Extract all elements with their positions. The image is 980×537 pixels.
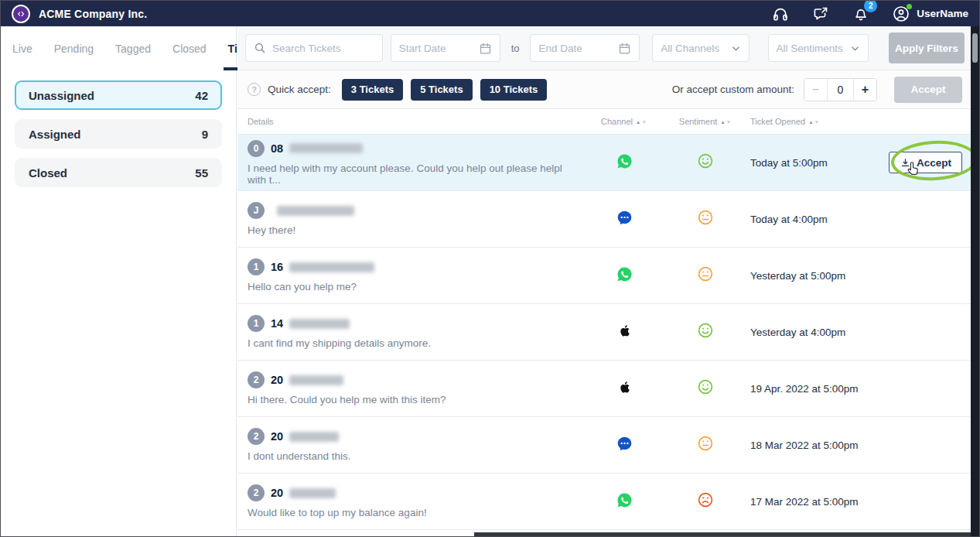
message-preview: Hey there!: [248, 224, 582, 236]
ticket-details: 1 14 I cant find my shipping details any…: [237, 315, 582, 349]
ticket-opened-time: 17 Mar 2022 at 5:00pm: [744, 496, 887, 508]
quick-accept-3-button[interactable]: 3 Tickets: [342, 79, 403, 101]
help-icon[interactable]: ?: [248, 83, 261, 96]
user-menu[interactable]: UserName: [892, 5, 968, 23]
quick-accept-10-button[interactable]: 10 Tickets: [480, 79, 548, 101]
tab-live[interactable]: Live: [12, 26, 32, 70]
sentiment-icon: [698, 153, 713, 172]
company-logo-icon[interactable]: [12, 5, 30, 23]
customer-name: 20: [271, 430, 283, 443]
channel-icon: [616, 492, 633, 511]
sentiment-icon: [698, 266, 713, 285]
accept-custom-button[interactable]: Accept: [894, 77, 962, 103]
message-preview: Hi there. Could you help me with this it…: [248, 394, 582, 405]
sort-arrows-icon[interactable]: ▲▼: [808, 119, 820, 125]
redacted-name: [289, 262, 374, 272]
sentiments-select[interactable]: All Sentiments: [768, 34, 869, 62]
avatar: 1: [248, 315, 265, 332]
redacted-name: [289, 488, 336, 498]
ticket-details: 2 20 Hi there. Could you help me with th…: [237, 371, 582, 405]
message-preview: I need help with my account please. Coul…: [248, 162, 582, 186]
company-name: ACME Company Inc.: [39, 8, 147, 20]
search-placeholder: Search Tickets: [272, 43, 341, 54]
ticket-details: 1 16 Hello can you help me?: [237, 258, 582, 292]
ticket-details: 2 20 Would like to top up my balance aga…: [237, 484, 582, 518]
details-column-header: Details: [237, 117, 582, 126]
headset-icon[interactable]: [771, 5, 790, 23]
tab-closed[interactable]: Closed: [172, 26, 207, 70]
chat-share-icon[interactable]: [811, 5, 830, 23]
sort-arrows-icon[interactable]: ▲▼: [636, 119, 647, 125]
horizontal-scrollbar[interactable]: [474, 532, 980, 537]
apply-filters-button[interactable]: Apply Filters: [889, 32, 965, 63]
quantity-stepper: − 0 +: [804, 78, 877, 101]
opened-column-header[interactable]: Ticket Opened ▲▼: [744, 117, 887, 126]
bell-icon[interactable]: 2: [852, 5, 870, 23]
message-preview: Hello can you help me?: [248, 281, 582, 292]
table-row[interactable]: 1 16 Hello can you help me? Yesterday at…: [237, 248, 972, 304]
ticket-opened-time: 19 Apr. 2022 at 5:00pm: [744, 383, 887, 395]
quick-accept-bar: ? Quick accept: 3 Tickets 5 Tickets 10 T…: [237, 70, 972, 109]
channel-icon: [617, 379, 632, 398]
avatar: J: [248, 202, 265, 219]
closed-count: 55: [195, 166, 208, 180]
sidebar-item-closed[interactable]: Closed 55: [15, 158, 222, 187]
table-row[interactable]: 2 20 I dont understand this. 18 Mar 2022…: [237, 417, 972, 474]
channel-icon: [617, 323, 632, 342]
app-window: ACME Company Inc.: [0, 0, 980, 537]
channel-column-header[interactable]: Channel ▲▼: [582, 117, 667, 126]
left-panel: Live Pending Tagged Closed Tickets Unass…: [1, 26, 237, 537]
sentiment-icon: [698, 210, 713, 228]
quick-accept-5-button[interactable]: 5 Tickets: [411, 79, 472, 101]
increment-button[interactable]: +: [853, 79, 876, 101]
chevron-down-icon: [731, 43, 741, 53]
end-date-input[interactable]: End Date: [530, 34, 640, 62]
ticket-details: 2 20 I dont understand this.: [237, 428, 582, 462]
custom-amount-label: Or accept custom amount:: [672, 84, 794, 95]
sidebar-item-unassigned[interactable]: Unassigned 42: [15, 80, 222, 110]
unassigned-count: 42: [195, 89, 208, 102]
main-content: Search Tickets Start Date to End Date Al…: [237, 26, 972, 537]
sentiment-column-header[interactable]: Sentiment ▲▼: [667, 117, 744, 126]
search-icon: [254, 42, 266, 54]
avatar: 0: [248, 140, 265, 157]
filter-bar: Search Tickets Start Date to End Date Al…: [237, 26, 972, 70]
assigned-count: 9: [202, 128, 208, 141]
tab-tagged[interactable]: Tagged: [115, 26, 151, 70]
table-row[interactable]: 2 20 Hi there. Could you help me with th…: [237, 361, 972, 417]
table-row[interactable]: J Hey there! Today at 4:00pm: [237, 191, 972, 248]
accept-ticket-button[interactable]: Accept: [889, 152, 962, 173]
view-tabs: Live Pending Tagged Closed Tickets: [1, 26, 236, 70]
ticket-queues: Unassigned 42 Assigned 9 Closed 55: [1, 70, 236, 187]
sort-arrows-icon[interactable]: ▲▼: [720, 119, 732, 125]
redacted-name: [277, 206, 354, 216]
sidebar-item-assigned[interactable]: Assigned 9: [15, 119, 222, 149]
custom-amount-value[interactable]: 0: [828, 79, 853, 101]
ticket-opened-time: Today at 4:00pm: [744, 214, 887, 225]
avatar: 2: [248, 484, 265, 501]
ticket-details: J Hey there!: [237, 202, 582, 236]
decrement-button[interactable]: −: [804, 79, 828, 101]
start-date-input[interactable]: Start Date: [391, 34, 500, 62]
table-row[interactable]: 1 14 I cant find my shipping details any…: [237, 304, 972, 361]
customer-name: 20: [271, 374, 283, 386]
ticket-list: 0 08 I need help with my account please.…: [237, 135, 972, 530]
table-row[interactable]: 0 08 I need help with my account please.…: [237, 135, 972, 191]
ticket-opened-time: Yesterday at 4:00pm: [744, 327, 887, 338]
tab-pending[interactable]: Pending: [54, 26, 94, 70]
ticket-opened-time: Today at 5:00pm: [744, 157, 887, 169]
customer-name: 20: [271, 487, 283, 499]
vertical-scrollbar[interactable]: [971, 26, 979, 537]
notification-badge: 2: [864, 0, 877, 12]
table-row[interactable]: 2 20 Would like to top up my balance aga…: [237, 474, 972, 530]
table-header: Details Channel ▲▼ Sentiment ▲▼ Ticket O…: [237, 109, 972, 135]
search-input[interactable]: Search Tickets: [245, 34, 383, 62]
channels-select[interactable]: All Channels: [652, 34, 749, 62]
ticket-opened-time: Yesterday at 5:00pm: [744, 270, 887, 282]
customer-name: 16: [271, 261, 283, 273]
online-status-dot: [907, 4, 912, 9]
user-avatar-icon: [892, 5, 910, 23]
customer-name: 14: [271, 317, 283, 330]
message-preview: I cant find my shipping details anymore.: [248, 337, 582, 349]
scrollbar-thumb[interactable]: [972, 33, 978, 63]
